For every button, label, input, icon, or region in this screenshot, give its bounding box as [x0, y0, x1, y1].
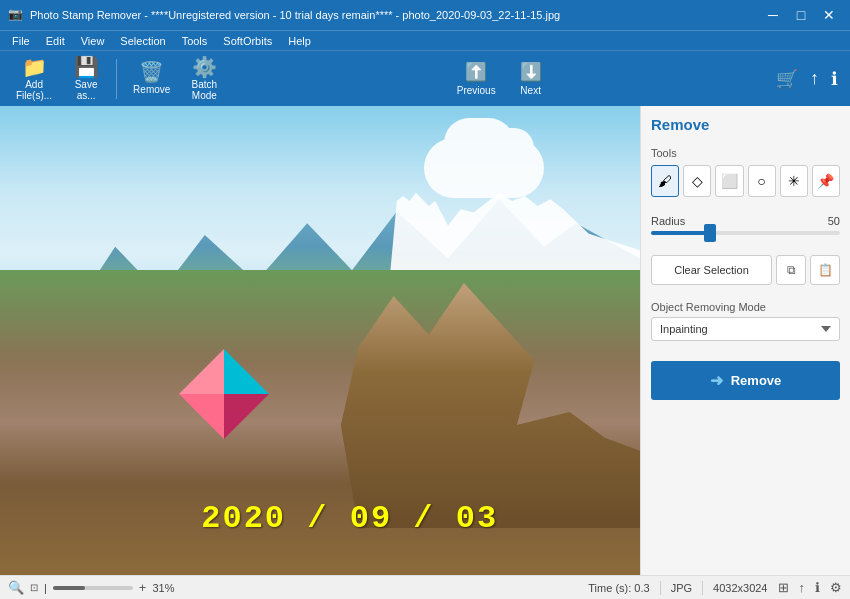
svg-marker-3 — [224, 394, 269, 439]
copy-icon-button[interactable]: ⧉ — [776, 255, 806, 285]
radius-slider-track[interactable] — [651, 231, 840, 235]
canvas-area[interactable]: 2020 / 09 / 03 — [0, 106, 640, 575]
status-right: Time (s): 0.3 JPG 4032x3024 ⊞ ↑ ℹ ⚙ — [588, 580, 842, 595]
remove-label: Remove — [133, 84, 170, 95]
add-files-button[interactable]: 📁 Add File(s)... — [8, 53, 60, 105]
radius-label: Radius — [651, 215, 685, 227]
cloud-1 — [424, 138, 544, 198]
radius-slider-fill — [651, 231, 708, 235]
info-icon[interactable]: ℹ — [827, 64, 842, 94]
remove-icon: 🗑️ — [139, 62, 164, 82]
svg-marker-4 — [179, 349, 224, 394]
tools-label: Tools — [651, 147, 840, 159]
add-files-label: Add File(s)... — [16, 79, 52, 101]
mode-select[interactable]: Inpainting Content-Aware Fill Smart Fill — [651, 317, 840, 341]
settings-status-icon[interactable]: ⚙ — [830, 580, 842, 595]
menu-tools[interactable]: Tools — [174, 33, 216, 49]
previous-label: Previous — [457, 85, 496, 96]
svg-marker-2 — [179, 394, 224, 439]
app-icon: 📷 — [8, 7, 24, 23]
title-bar: 📷 Photo Stamp Remover - ****Unregistered… — [0, 0, 850, 30]
fit-icon[interactable]: ⊞ — [778, 580, 789, 595]
time-label: Time (s): 0.3 — [588, 582, 649, 594]
next-icon: ⬇️ — [520, 61, 542, 83]
status-bar: 🔍 ⊡ | + 31% Time (s): 0.3 JPG 4032x3024 … — [0, 575, 850, 599]
batch-label: Batch Mode — [192, 79, 218, 101]
mode-label: Object Removing Mode — [651, 301, 840, 313]
minimize-button[interactable]: ─ — [760, 4, 786, 26]
remove-button-label: Remove — [731, 373, 782, 388]
next-label: Next — [520, 85, 541, 96]
action-buttons-row: Clear Selection ⧉ 📋 — [651, 255, 840, 285]
main-content: 2020 / 09 / 03 Remove Tools 🖌 ◇ ⬜ ○ ✳ 📌 … — [0, 106, 850, 575]
stamp-tool-button[interactable]: 📌 — [812, 165, 840, 197]
zoom-slider-fill — [53, 586, 85, 590]
svg-marker-1 — [224, 349, 269, 394]
toolbar-right-group: 🛒 ↑ ℹ — [772, 64, 842, 94]
magic-wand-button[interactable]: ✳ — [780, 165, 808, 197]
clear-selection-button[interactable]: Clear Selection — [651, 255, 772, 285]
close-button[interactable]: ✕ — [816, 4, 842, 26]
window-controls: ─ □ ✕ — [760, 4, 842, 26]
timestamp-text: 2020 / 09 / 03 — [201, 500, 498, 537]
share-icon[interactable]: ↑ — [806, 64, 823, 94]
remove-action-button[interactable]: ➜ Remove — [651, 361, 840, 400]
radius-value: 50 — [828, 215, 840, 227]
file-format: JPG — [671, 582, 692, 594]
zoom-out-icon[interactable]: 🔍 — [8, 580, 24, 595]
radius-section: Radius 50 — [651, 215, 840, 245]
navigation-group: ⬆️ Previous ⬇️ Next — [449, 57, 550, 100]
menu-edit[interactable]: Edit — [38, 33, 73, 49]
zoom-level: 31% — [152, 582, 174, 594]
add-files-icon: 📁 — [22, 57, 47, 77]
tools-section: Tools 🖌 ◇ ⬜ ○ ✳ 📌 — [651, 147, 840, 205]
save-as-button[interactable]: 💾 Save as... — [64, 53, 108, 105]
window-title: Photo Stamp Remover - ****Unregistered v… — [30, 9, 760, 21]
canvas-image: 2020 / 09 / 03 — [0, 106, 640, 575]
menu-softorbits[interactable]: SoftOrbits — [215, 33, 280, 49]
resolution: 4032x3024 — [713, 582, 767, 594]
remove-button[interactable]: 🗑️ Remove — [125, 58, 178, 99]
paste-icon-button[interactable]: 📋 — [810, 255, 840, 285]
maximize-button[interactable]: □ — [788, 4, 814, 26]
mode-section: Object Removing Mode Inpainting Content-… — [651, 301, 840, 351]
panel-title: Remove — [651, 116, 840, 133]
share-status-icon[interactable]: ↑ — [799, 580, 806, 595]
next-button[interactable]: ⬇️ Next — [512, 57, 550, 100]
menu-view[interactable]: View — [73, 33, 113, 49]
radius-slider-thumb[interactable] — [704, 224, 716, 242]
previous-button[interactable]: ⬆️ Previous — [449, 57, 504, 100]
zoom-slider[interactable] — [53, 586, 133, 590]
save-label: Save as... — [75, 79, 98, 101]
menu-selection[interactable]: Selection — [112, 33, 173, 49]
eraser-tool-button[interactable]: ◇ — [683, 165, 711, 197]
tools-row: 🖌 ◇ ⬜ ○ ✳ 📌 — [651, 165, 840, 197]
menu-file[interactable]: File — [4, 33, 38, 49]
toolbar-separator-1 — [116, 59, 117, 99]
remove-arrow-icon: ➜ — [710, 371, 723, 390]
toolbar: 📁 Add File(s)... 💾 Save as... 🗑️ Remove … — [0, 50, 850, 106]
info-status-icon[interactable]: ℹ — [815, 580, 820, 595]
right-panel: Remove Tools 🖌 ◇ ⬜ ○ ✳ 📌 Radius 50 — [640, 106, 850, 575]
radius-slider-container[interactable] — [651, 231, 840, 235]
save-icon: 💾 — [74, 57, 99, 77]
zoom-toggle-icon[interactable]: ⊡ — [30, 582, 38, 593]
status-left: 🔍 ⊡ | + 31% — [8, 580, 580, 595]
batch-icon: ⚙️ — [192, 57, 217, 77]
previous-icon: ⬆️ — [465, 61, 487, 83]
zoom-separator: | — [44, 582, 47, 594]
timestamp-overlay: 2020 / 09 / 03 — [201, 500, 498, 537]
batch-mode-button[interactable]: ⚙️ Batch Mode — [182, 53, 226, 105]
zoom-add-icon[interactable]: + — [139, 580, 147, 595]
status-separator-1 — [660, 581, 661, 595]
lasso-tool-button[interactable]: ○ — [748, 165, 776, 197]
brush-tool-button[interactable]: 🖌 — [651, 165, 679, 197]
rect-select-button[interactable]: ⬜ — [715, 165, 743, 197]
logo-overlay — [174, 344, 274, 444]
status-separator-2 — [702, 581, 703, 595]
menu-help[interactable]: Help — [280, 33, 319, 49]
cart-icon[interactable]: 🛒 — [772, 64, 802, 94]
menu-bar: File Edit View Selection Tools SoftOrbit… — [0, 30, 850, 50]
